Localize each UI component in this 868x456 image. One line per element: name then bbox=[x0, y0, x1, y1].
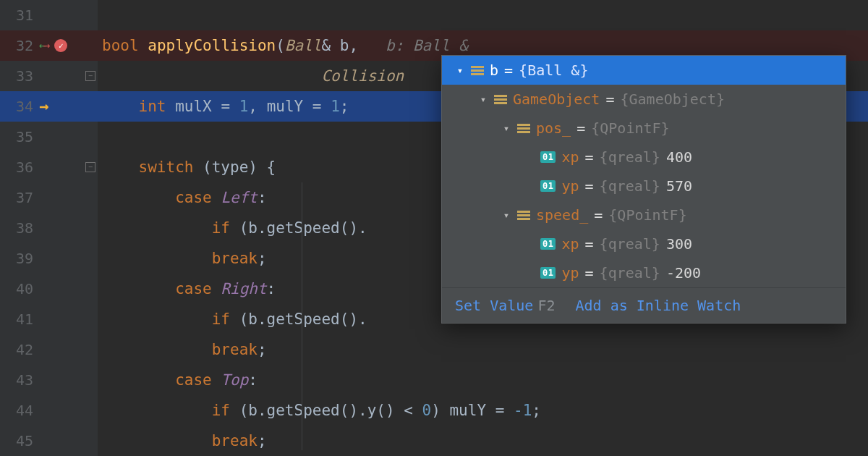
line-number: 45 bbox=[0, 434, 33, 448]
variable-name: yp bbox=[561, 179, 579, 193]
gutter-row: 38 bbox=[0, 213, 98, 243]
keyword: switch bbox=[139, 160, 194, 175]
variable-name: pos_ bbox=[536, 121, 571, 135]
line-number: 37 bbox=[0, 190, 33, 205]
fold-handle-icon[interactable]: − bbox=[85, 71, 95, 81]
variable-type: {qreal} bbox=[600, 237, 660, 251]
line-number: 43 bbox=[0, 373, 33, 387]
line-number: 42 bbox=[0, 342, 33, 357]
chevron-down-icon[interactable]: ▾ bbox=[501, 123, 511, 133]
variable-row[interactable]: ▾b = {Ball &} bbox=[442, 56, 846, 85]
line-number: 44 bbox=[0, 403, 33, 418]
keyword: case bbox=[175, 282, 221, 297]
gutter-row: 37 bbox=[0, 182, 98, 213]
primitive-badge-icon: 01 bbox=[540, 267, 556, 279]
line-number: 35 bbox=[0, 130, 33, 144]
keyword: if bbox=[212, 403, 230, 418]
primitive-badge-icon: 01 bbox=[540, 180, 556, 192]
variable-type: {QPointF} bbox=[608, 208, 686, 222]
variable-name: xp bbox=[561, 237, 579, 251]
gutter-row: 36 − bbox=[0, 152, 98, 182]
struct-icon bbox=[494, 93, 507, 106]
fold-handle-icon[interactable]: − bbox=[85, 162, 95, 172]
enum: Left bbox=[221, 190, 258, 206]
swap-arrows-icon: ←→ bbox=[39, 40, 50, 51]
struct-icon bbox=[517, 208, 530, 221]
line-number: 36 bbox=[0, 160, 33, 174]
chevron-down-icon[interactable]: ▾ bbox=[501, 210, 511, 220]
struct-icon bbox=[471, 64, 484, 77]
primitive-badge-icon: 01 bbox=[540, 151, 556, 163]
struct-icon bbox=[517, 122, 530, 135]
chevron-down-icon[interactable]: ▾ bbox=[478, 94, 488, 104]
keyword: int bbox=[139, 99, 166, 114]
execution-point-icon: → bbox=[39, 98, 48, 114]
variable-type: {qreal} bbox=[600, 150, 660, 164]
inline-hint: b: Ball & bbox=[367, 38, 468, 54]
line-number: 32 bbox=[0, 38, 33, 53]
variable-row[interactable]: 01xp = {qreal} 400 bbox=[442, 143, 846, 172]
breakpoint-icon[interactable] bbox=[54, 39, 67, 52]
variable-row[interactable]: 01yp = {qreal} 570 bbox=[442, 172, 846, 200]
line-number: 39 bbox=[0, 251, 33, 266]
code-line[interactable]: break; bbox=[98, 426, 868, 456]
type: Ball bbox=[285, 38, 322, 54]
variable-type: {qreal} bbox=[600, 179, 660, 193]
gutter-row: 42 bbox=[0, 334, 98, 365]
gutter-row: 39 bbox=[0, 243, 98, 274]
variable-value: -200 bbox=[666, 266, 701, 280]
variable-row[interactable]: ▾pos_ = {QPointF} bbox=[442, 114, 846, 143]
primitive-badge-icon: 01 bbox=[540, 238, 556, 250]
variable-name: speed_ bbox=[536, 208, 588, 222]
gutter: 31 32 ←→ 33 − 34 → 35 36 − 37 38 bbox=[0, 0, 98, 456]
variable-row[interactable]: ▾speed_ = {QPointF} bbox=[442, 200, 846, 229]
gutter-row: 33 − bbox=[0, 61, 98, 91]
code-line[interactable]: if (b.getSpeed().y() < 0) mulY = -1; bbox=[98, 395, 868, 426]
code-line[interactable] bbox=[98, 0, 868, 30]
variable-value: 300 bbox=[666, 237, 692, 251]
set-value-link[interactable]: Set ValueF2 bbox=[455, 298, 555, 313]
popup-footer: Set ValueF2 Add as Inline Watch bbox=[442, 287, 846, 323]
keyword: case bbox=[175, 373, 221, 388]
gutter-row: 45 bbox=[0, 426, 98, 456]
keyword: bool bbox=[102, 38, 139, 54]
variable-value: 570 bbox=[666, 179, 692, 193]
line-number: 34 bbox=[0, 99, 33, 114]
keyword: break bbox=[212, 251, 258, 266]
keyword: if bbox=[212, 221, 230, 236]
gutter-row: 44 bbox=[0, 395, 98, 426]
line-number: 41 bbox=[0, 312, 33, 326]
line-number: 31 bbox=[0, 8, 33, 22]
variable-type: {QPointF} bbox=[591, 121, 669, 135]
debug-value-popup: ▾b = {Ball &}▾GameObject = {GameObject}▾… bbox=[441, 55, 846, 324]
type: Collision bbox=[321, 69, 404, 84]
variable-row[interactable]: 01yp = {qreal} -200 bbox=[442, 258, 846, 287]
variable-name: b bbox=[490, 63, 498, 77]
enum: Right bbox=[221, 282, 266, 297]
keyword: case bbox=[175, 190, 221, 206]
gutter-row: 41 bbox=[0, 304, 98, 334]
variable-name: xp bbox=[561, 150, 579, 164]
variable-value: 400 bbox=[666, 150, 692, 164]
variable-name: yp bbox=[561, 266, 579, 280]
variable-row[interactable]: 01xp = {qreal} 300 bbox=[442, 229, 846, 258]
keyword: break bbox=[212, 434, 258, 449]
code-line[interactable]: case Top: bbox=[98, 365, 868, 395]
variable-type: {qreal} bbox=[600, 266, 660, 280]
gutter-row: 31 bbox=[0, 0, 98, 30]
line-number: 33 bbox=[0, 69, 33, 83]
chevron-down-icon[interactable]: ▾ bbox=[455, 65, 465, 75]
code-line[interactable]: break; bbox=[98, 334, 868, 365]
gutter-row: 34 → bbox=[0, 91, 98, 122]
variable-type: {Ball &} bbox=[519, 63, 588, 77]
variable-name: GameObject bbox=[513, 92, 600, 106]
variable-row[interactable]: ▾GameObject = {GameObject} bbox=[442, 85, 846, 114]
keyword: break bbox=[212, 342, 258, 358]
gutter-row: 40 bbox=[0, 274, 98, 304]
keyword: if bbox=[212, 312, 230, 327]
add-inline-watch-link[interactable]: Add as Inline Watch bbox=[575, 298, 741, 313]
line-number: 38 bbox=[0, 221, 33, 235]
indent-guide bbox=[302, 182, 302, 450]
gutter-row: 32 ←→ bbox=[0, 30, 98, 61]
function-name: applyCollision bbox=[148, 38, 276, 54]
